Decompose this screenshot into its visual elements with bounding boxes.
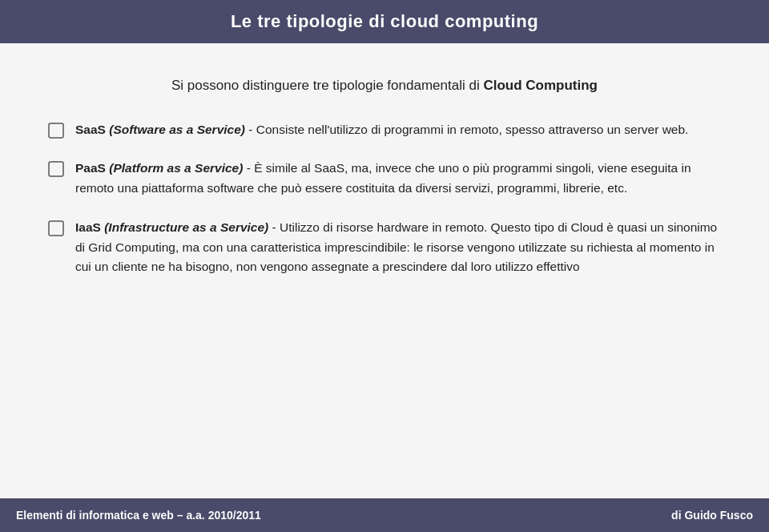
footer-left-text: Elementi di informatica e web – a.a. 201… bbox=[16, 509, 261, 522]
paas-checkbox-icon bbox=[48, 161, 64, 177]
saas-section: SaaS (Software as a Service) - Consiste … bbox=[48, 120, 721, 140]
header-title: Le tre tipologie di cloud computing bbox=[231, 11, 538, 31]
svg-rect-1 bbox=[49, 162, 63, 176]
iaas-section: IaaS (Infrastructure as a Service) - Uti… bbox=[48, 218, 721, 277]
saas-label: SaaS bbox=[75, 123, 106, 136]
iaas-checkbox-icon bbox=[48, 220, 64, 236]
footer-right-text: di Guido Fusco bbox=[671, 509, 753, 522]
paas-label: PaaS bbox=[75, 161, 106, 175]
intro-text-part1: Si possono distinguere tre tipologie fon… bbox=[171, 78, 483, 93]
saas-checkbox-icon bbox=[48, 123, 64, 139]
svg-rect-2 bbox=[49, 221, 63, 236]
page-footer: Elementi di informatica e web – a.a. 201… bbox=[0, 498, 769, 532]
paas-section: PaaS (Platform as a Service) - È simile … bbox=[48, 159, 721, 199]
saas-body: - Consiste nell'utilizzo di programmi in… bbox=[248, 123, 688, 136]
iaas-label: IaaS bbox=[75, 220, 101, 234]
paas-italic: (Platform as a Service) bbox=[109, 161, 243, 175]
main-content: Si possono distinguere tre tipologie fon… bbox=[0, 43, 769, 498]
paas-text: PaaS (Platform as a Service) - È simile … bbox=[75, 159, 721, 199]
saas-text: SaaS (Software as a Service) - Consiste … bbox=[75, 120, 688, 140]
iaas-text: IaaS (Infrastructure as a Service) - Uti… bbox=[75, 218, 721, 277]
intro-paragraph: Si possono distinguere tre tipologie fon… bbox=[48, 75, 721, 96]
intro-bold: Cloud Computing bbox=[483, 78, 598, 93]
svg-rect-0 bbox=[49, 123, 63, 138]
saas-italic: (Software as a Service) bbox=[109, 123, 245, 136]
page-header: Le tre tipologie di cloud computing bbox=[0, 0, 769, 43]
iaas-italic: (Infrastructure as a Service) bbox=[104, 220, 268, 234]
